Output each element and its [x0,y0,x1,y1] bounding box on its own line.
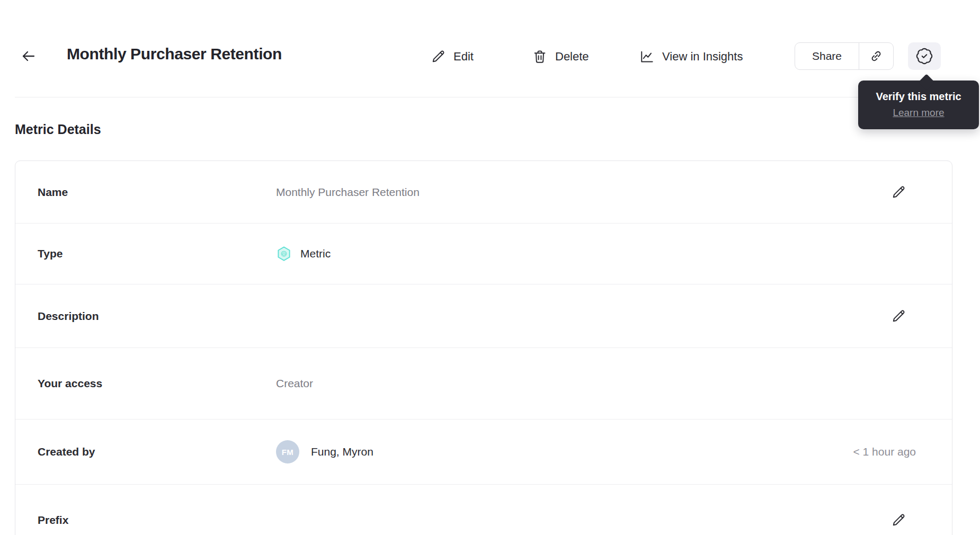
row-value: Creator [276,377,313,390]
row-value: Fung, Myron [311,445,373,458]
delete-button[interactable]: Delete [532,47,589,67]
row-label: Created by [38,445,276,458]
created-timestamp: < 1 hour ago [853,445,916,458]
row-label: Prefix [38,514,276,527]
row-value: Monthly Purchaser Retention [276,186,420,199]
edit-description-button[interactable] [889,307,908,326]
arrow-left-icon [20,48,37,65]
pencil-icon [890,184,906,200]
trash-icon [532,49,548,65]
metric-details-page: Monthly Purchaser Retention Edit Delete … [0,0,980,535]
pencil-icon [430,49,446,65]
view-in-insights-label: View in Insights [662,50,743,64]
verify-metric-button[interactable] [908,42,941,70]
pencil-icon [890,308,906,324]
verify-tooltip-title: Verify this metric [866,89,972,104]
detail-row-your-access: Your access Creator [15,347,952,419]
verify-tooltip: Verify this metric Learn more [858,81,979,129]
detail-row-prefix: Prefix [15,484,952,535]
header-divider [15,97,965,97]
page-title: Monthly Purchaser Retention [67,45,282,63]
verified-badge-icon [915,47,933,65]
avatar: FM [276,440,299,463]
detail-row-created-by: Created by FM Fung, Myron < 1 hour ago [15,419,952,484]
delete-label: Delete [555,50,589,64]
pencil-icon [890,512,906,528]
learn-more-link[interactable]: Learn more [893,106,944,120]
copy-link-button[interactable] [859,42,894,70]
share-button[interactable]: Share [795,42,859,70]
row-label: Description [38,310,276,323]
row-value: Metric [300,247,331,260]
row-label: Type [38,247,276,260]
link-icon [869,49,884,64]
detail-row-name: Name Monthly Purchaser Retention [15,161,952,223]
edit-button[interactable]: Edit [430,47,474,67]
view-in-insights-button[interactable]: View in Insights [639,47,743,67]
metric-details-card: Name Monthly Purchaser Retention Type Me… [15,160,952,535]
share-button-group: Share [795,42,894,70]
edit-name-button[interactable] [889,183,908,202]
back-button[interactable] [19,47,38,66]
edit-prefix-button[interactable] [889,511,908,530]
detail-row-description: Description [15,284,952,347]
edit-label: Edit [453,50,474,64]
line-chart-icon [639,49,655,65]
row-label: Name [38,186,276,199]
row-label: Your access [38,377,276,390]
metric-hexagon-icon [276,246,292,262]
detail-row-type: Type Metric [15,223,952,284]
section-title: Metric Details [15,122,101,137]
